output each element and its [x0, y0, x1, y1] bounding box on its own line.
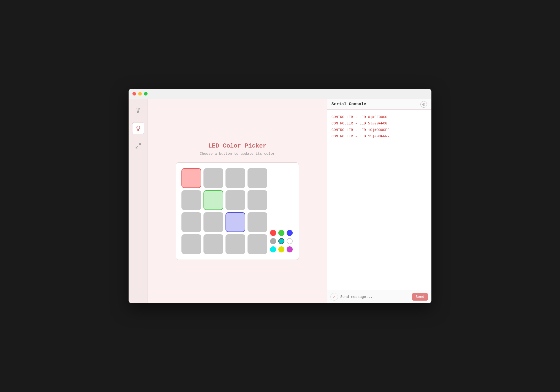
- led-button-8[interactable]: [181, 212, 201, 232]
- titlebar: [129, 89, 431, 99]
- led-button-14[interactable]: [225, 234, 245, 254]
- serial-prompt-icon: >: [330, 293, 338, 301]
- led-button-10[interactable]: [225, 212, 245, 232]
- led-grid-container: [176, 162, 299, 260]
- serial-panel: Serial Console ⊘ CONTROLLER - LED|0|#FF0…: [327, 99, 431, 303]
- color-dot-cyan[interactable]: [278, 238, 284, 244]
- sidebar-item-usb[interactable]: [132, 105, 144, 117]
- expand-icon: [135, 143, 141, 149]
- led-button-2[interactable]: [225, 168, 245, 188]
- svg-line-2: [138, 144, 140, 145]
- app-window: LED Color Picker Choose a button to upda…: [129, 89, 431, 303]
- color-dot-green[interactable]: [278, 230, 284, 236]
- main-content: LED Color Picker Choose a button to upda…: [148, 99, 327, 303]
- serial-log-line: CONTROLLER - LED|15|#00FFFF: [331, 133, 427, 140]
- serial-header: Serial Console ⊘: [327, 99, 431, 110]
- serial-input-area: > Send: [327, 290, 431, 303]
- led-button-11[interactable]: [248, 212, 267, 232]
- serial-title: Serial Console: [331, 102, 366, 107]
- color-dot-magenta[interactable]: [287, 246, 293, 252]
- sidebar: [129, 99, 148, 303]
- app-subtitle: Choose a button to update its color: [200, 152, 275, 156]
- serial-stop-button[interactable]: ⊘: [420, 101, 427, 108]
- led-button-9[interactable]: [203, 212, 223, 232]
- led-button-13[interactable]: [203, 234, 223, 254]
- led-grid: [181, 168, 267, 254]
- led-button-15[interactable]: [248, 234, 267, 254]
- serial-message-input[interactable]: [340, 295, 410, 299]
- color-dot-light-cyan[interactable]: [270, 246, 276, 252]
- serial-log-line: CONTROLLER - LED|0|#FF0000: [331, 114, 427, 120]
- led-button-7[interactable]: [248, 190, 267, 210]
- led-button-5[interactable]: [203, 190, 223, 210]
- led-button-3[interactable]: [248, 168, 267, 188]
- traffic-lights: [132, 92, 148, 96]
- color-dot-gray[interactable]: [270, 238, 276, 244]
- color-dot-blue[interactable]: [287, 230, 293, 236]
- usb-icon: [135, 108, 141, 114]
- led-button-0[interactable]: [181, 168, 201, 188]
- color-picker-panel: [270, 230, 293, 253]
- close-button[interactable]: [132, 92, 136, 96]
- serial-log: CONTROLLER - LED|0|#FF0000CONTROLLER - L…: [327, 110, 431, 290]
- serial-send-button[interactable]: Send: [412, 293, 428, 301]
- window-body: LED Color Picker Choose a button to upda…: [129, 99, 431, 303]
- sidebar-item-lightbulb[interactable]: [132, 122, 144, 134]
- color-dot-red[interactable]: [270, 230, 276, 236]
- app-title: LED Color Picker: [208, 143, 266, 149]
- serial-log-line: CONTROLLER - LED|10|#0000FF: [331, 127, 427, 133]
- led-button-1[interactable]: [203, 168, 223, 188]
- led-button-12[interactable]: [181, 234, 201, 254]
- led-button-4[interactable]: [181, 190, 201, 210]
- color-dot-white[interactable]: [287, 238, 293, 244]
- minimize-button[interactable]: [138, 92, 142, 96]
- serial-log-line: CONTROLLER - LED|5|#00FF00: [331, 120, 427, 127]
- svg-line-3: [136, 146, 137, 148]
- led-button-6[interactable]: [225, 190, 245, 210]
- sidebar-item-expand[interactable]: [132, 140, 144, 152]
- color-dot-yellow[interactable]: [278, 246, 284, 252]
- lightbulb-icon: [135, 125, 141, 131]
- svg-rect-0: [137, 112, 139, 113]
- maximize-button[interactable]: [144, 92, 148, 96]
